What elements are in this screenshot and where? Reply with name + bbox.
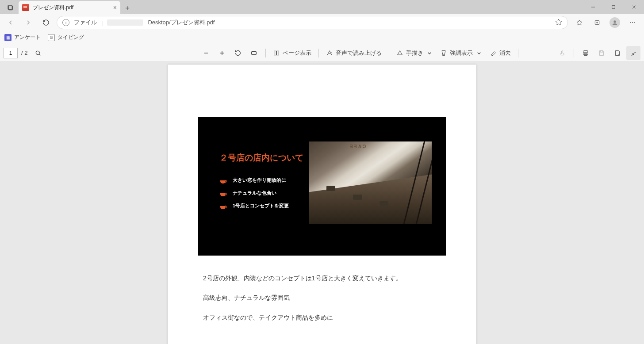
svg-rect-21 [274, 51, 276, 55]
address-bar-row: i ファイル | Desktop/プレゼン資料.pdf [0, 14, 644, 31]
zoom-in-button[interactable] [215, 46, 229, 60]
site-info-icon[interactable]: i [62, 19, 69, 26]
pdf-toolbar: / 2 ページ表示 音声で読み上げる 手描き 強調表示 消去 [0, 44, 644, 62]
save-button[interactable] [594, 46, 609, 60]
chevron-down-icon [426, 50, 433, 57]
svg-point-12 [630, 22, 631, 23]
pin-toolbar-button[interactable] [626, 46, 640, 60]
svg-point-13 [632, 22, 633, 23]
forward-button[interactable] [21, 15, 35, 30]
separator [389, 49, 389, 57]
read-aloud-icon[interactable] [555, 19, 562, 27]
separator [518, 49, 518, 57]
highlight-button[interactable]: 強調表示 [437, 46, 485, 60]
pdf-page: ２号店の店内について 大きい窓を作り開放的に ナチュラルな色合い 1号店とコンセ… [168, 65, 476, 344]
pdf-viewport[interactable]: ２号店の店内について 大きい窓を作り開放的に ナチュラルな色合い 1号店とコンセ… [0, 62, 644, 344]
erase-button[interactable]: 消去 [487, 46, 514, 60]
pdf-icon [22, 4, 29, 11]
svg-point-14 [634, 22, 635, 23]
rotate-button[interactable] [231, 46, 245, 60]
slide-photo: CAFE [309, 141, 432, 224]
svg-line-16 [39, 54, 41, 55]
bookmark-label: タイピング [58, 34, 84, 41]
touch-button[interactable] [555, 46, 569, 60]
document-icon: 🗎 [48, 34, 55, 41]
read-aloud-button[interactable]: 音声で読み上げる [323, 46, 384, 60]
body-text: 2号店の外観、内装などのコンセプトは1号店と大きく変えていきます。 高級志向、ナ… [168, 264, 476, 341]
url-path: Desktop/プレゼン資料.pdf [148, 19, 215, 27]
chevron-down-icon [475, 50, 483, 57]
close-tab-icon[interactable]: × [113, 4, 117, 11]
cafe-sign-text: CAFE [349, 144, 366, 149]
page-total-label: / 2 [19, 50, 29, 56]
svg-point-11 [613, 20, 616, 23]
separator: | [101, 19, 103, 26]
reload-button[interactable] [39, 15, 53, 30]
toolbar-right [571, 15, 640, 30]
tab-title: プレゼン資料.pdf [33, 4, 73, 11]
svg-rect-27 [600, 50, 602, 52]
bookmark-item-typing[interactable]: 🗎 タイピング [48, 34, 84, 41]
svg-rect-3 [612, 6, 615, 9]
tab-strip: プレゼン資料.pdf × ＋ [0, 0, 134, 14]
profile-avatar-icon [610, 17, 620, 28]
slide-image-block: ２号店の店内について 大きい窓を作り開放的に ナチュラルな色合い 1号店とコンセ… [198, 117, 446, 256]
bookmark-label: アンケート [14, 34, 41, 41]
favorites-button[interactable] [571, 15, 587, 30]
svg-marker-6 [556, 19, 561, 25]
tab-actions-button[interactable] [3, 2, 19, 14]
paragraph: 高級志向、ナチュラルな雰囲気 [203, 293, 441, 302]
browser-tab-active[interactable]: プレゼン資料.pdf × [19, 1, 120, 14]
page-view-label: ページ表示 [283, 49, 311, 57]
page-number-input[interactable] [4, 48, 18, 58]
svg-rect-22 [277, 51, 279, 55]
collections-button[interactable] [589, 15, 605, 30]
separator [318, 49, 319, 57]
draw-button[interactable]: 手描き [394, 46, 436, 60]
coffee-cup-icon [219, 190, 227, 196]
window-titlebar: プレゼン資料.pdf × ＋ [0, 0, 644, 14]
read-aloud-label: 音声で読み上げる [336, 49, 382, 57]
coffee-cup-icon [219, 203, 227, 209]
url-scheme-label: ファイル [74, 19, 97, 27]
url-box[interactable]: i ファイル | Desktop/プレゼン資料.pdf [57, 16, 568, 29]
more-menu-button[interactable] [625, 15, 640, 30]
close-window-button[interactable] [624, 0, 644, 14]
highlight-label: 強調表示 [450, 49, 473, 57]
paragraph: 2号店の外観、内装などのコンセプトは1号店と大きく変えていきます。 [203, 273, 441, 283]
paragraph: オフィス街なので、テイクアウト商品を多めに [203, 313, 441, 322]
maximize-button[interactable] [603, 0, 624, 14]
separator [574, 49, 574, 57]
bookmarks-bar: ▦ アンケート 🗎 タイピング [0, 31, 644, 44]
forms-icon: ▦ [4, 34, 12, 41]
find-button[interactable] [31, 46, 45, 60]
svg-point-15 [36, 51, 40, 54]
bookmark-item-survey[interactable]: ▦ アンケート [4, 34, 41, 41]
print-button[interactable] [579, 46, 593, 60]
page-view-button[interactable]: ページ表示 [270, 46, 314, 60]
svg-marker-7 [577, 20, 582, 25]
obscured-path-segment [107, 19, 143, 26]
separator [265, 49, 266, 57]
profile-button[interactable] [607, 15, 623, 30]
window-controls [583, 0, 644, 14]
save-as-button[interactable] [610, 46, 625, 60]
coffee-cup-icon [219, 177, 227, 183]
back-button[interactable] [4, 15, 18, 30]
fit-page-button[interactable] [247, 46, 261, 60]
svg-rect-20 [252, 51, 257, 54]
erase-label: 消去 [499, 49, 511, 57]
minimize-button[interactable] [583, 0, 603, 14]
new-tab-button[interactable]: ＋ [120, 2, 134, 14]
draw-label: 手描き [406, 49, 423, 57]
zoom-out-button[interactable] [199, 46, 213, 60]
